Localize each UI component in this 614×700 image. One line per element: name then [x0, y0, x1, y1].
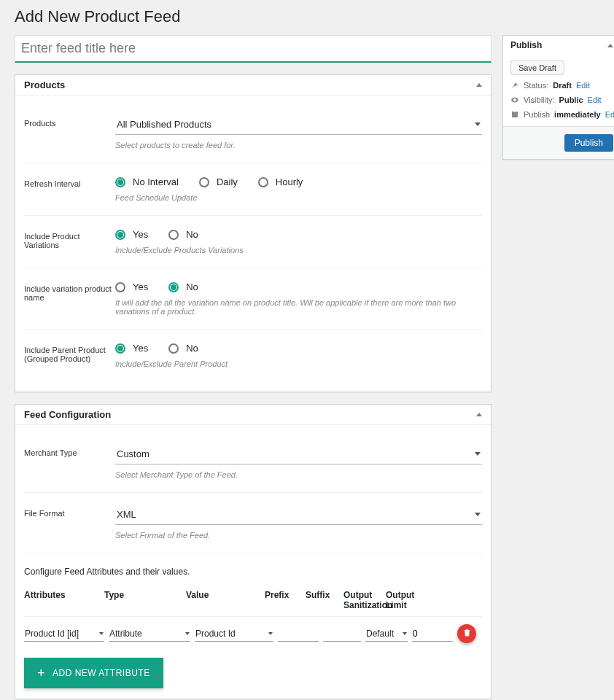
- delete-row-button[interactable]: [457, 624, 476, 643]
- add-attribute-label: Add New Attribute: [53, 668, 150, 678]
- col-attributes: Attributes: [24, 590, 104, 610]
- variations-yes-radio[interactable]: Yes: [115, 229, 148, 240]
- row-sanitization-select[interactable]: Default: [365, 626, 408, 642]
- eye-icon: [510, 96, 519, 104]
- col-prefix: Prefix: [265, 590, 306, 610]
- products-metabox-header[interactable]: Products: [15, 75, 491, 96]
- variation-name-label: Include variation product name: [24, 281, 115, 316]
- format-select-value: XML: [117, 509, 136, 520]
- radio-icon: [115, 282, 125, 292]
- products-helper: Select products to create feed for.: [115, 141, 482, 149]
- publish-metabox: Publish Save Draft Status: Draft Edit: [502, 35, 614, 160]
- visibility-edit-link[interactable]: Edit: [588, 96, 602, 104]
- col-suffix: Suffix: [306, 590, 343, 610]
- status-edit-link[interactable]: Edit: [576, 81, 590, 90]
- chevron-down-icon: [475, 122, 481, 126]
- schedule-edit-link[interactable]: Edit: [605, 110, 614, 119]
- radio-icon: [168, 343, 179, 354]
- plus-icon: +: [37, 666, 45, 680]
- products-label: Products: [24, 116, 115, 149]
- radio-icon: [258, 177, 268, 187]
- configure-text: Configure Feed Attributes and their valu…: [24, 553, 482, 584]
- variations-label: Include Product Variations: [24, 229, 115, 254]
- refresh-hourly-radio[interactable]: Hourly: [258, 176, 303, 187]
- save-draft-button[interactable]: Save Draft: [510, 61, 564, 75]
- radio-label: No: [186, 281, 198, 292]
- chevron-down-icon: [403, 632, 407, 635]
- radio-icon: [115, 343, 125, 354]
- variation-name-helper: It will add the all the variation name o…: [115, 298, 482, 316]
- collapse-icon: [476, 413, 482, 416]
- format-select[interactable]: XML: [115, 506, 482, 525]
- row-value-select[interactable]: Product Id: [195, 626, 273, 642]
- add-attribute-button[interactable]: + Add New Attribute: [24, 658, 163, 688]
- variations-no-radio[interactable]: No: [168, 229, 198, 240]
- refresh-no-interval-radio[interactable]: No Interval: [115, 176, 179, 187]
- radio-label: Yes: [133, 281, 148, 292]
- parent-yes-radio[interactable]: Yes: [115, 343, 148, 354]
- col-type: Type: [104, 590, 186, 610]
- refresh-daily-radio[interactable]: Daily: [199, 176, 238, 187]
- variation-name-yes-radio[interactable]: Yes: [115, 281, 148, 292]
- variation-name-no-radio[interactable]: No: [168, 281, 198, 292]
- chevron-down-icon: [185, 632, 190, 635]
- feed-title-input[interactable]: [15, 35, 491, 63]
- radio-icon: [199, 177, 209, 187]
- radio-label: No: [186, 343, 198, 354]
- publish-header[interactable]: Publish: [503, 36, 614, 55]
- refresh-label: Refresh Interval: [24, 176, 115, 202]
- row-attribute-value: Product Id [id]: [25, 629, 79, 639]
- merchant-select-value: Custom: [117, 448, 149, 459]
- products-select[interactable]: All Published Products: [115, 116, 482, 135]
- publish-title: Publish: [510, 40, 542, 50]
- merchant-label: Merchant Type: [24, 446, 115, 479]
- collapse-icon: [476, 83, 482, 87]
- radio-icon: [168, 230, 179, 240]
- row-type-select[interactable]: Attribute: [109, 626, 190, 642]
- format-label: File Format: [24, 506, 115, 540]
- visibility-label: Visibility:: [524, 96, 555, 104]
- merchant-select[interactable]: Custom: [115, 446, 482, 464]
- schedule-value: immediately: [554, 110, 601, 119]
- chevron-down-icon: [268, 632, 273, 635]
- row-limit-input[interactable]: [412, 626, 453, 642]
- col-sanitization: Output Sanitization: [343, 590, 386, 610]
- row-suffix-input[interactable]: [323, 626, 361, 642]
- merchant-helper: Select Merchant Type of the Feed.: [115, 470, 482, 479]
- pin-icon: [510, 81, 519, 90]
- row-prefix-input[interactable]: [278, 626, 319, 642]
- radio-icon: [168, 282, 179, 292]
- calendar-icon: [510, 110, 519, 119]
- attributes-table-header: Attributes Type Value Prefix Suffix Outp…: [24, 584, 482, 617]
- radio-icon: [115, 230, 125, 240]
- visibility-row: Visibility: Public Edit: [510, 96, 613, 104]
- radio-label: No Interval: [133, 176, 179, 187]
- chevron-down-icon: [475, 452, 481, 456]
- col-limit: Output Limit: [386, 590, 427, 610]
- refresh-helper: Feed Schedule Update: [115, 193, 482, 202]
- row-attribute-select[interactable]: Product Id [id]: [24, 626, 104, 642]
- parent-no-radio[interactable]: No: [168, 343, 198, 354]
- publish-button[interactable]: Publish: [564, 134, 613, 152]
- products-metabox: Products Products All Published Products…: [15, 74, 491, 392]
- status-row: Status: Draft Edit: [510, 81, 613, 90]
- feed-config-title: Feed Configuration: [24, 409, 111, 420]
- schedule-label: Publish: [524, 110, 550, 119]
- trash-icon: [462, 628, 472, 639]
- radio-label: No: [186, 229, 198, 240]
- status-value: Draft: [553, 81, 572, 90]
- chevron-down-icon: [475, 513, 481, 516]
- page-title: Add New Product Feed: [15, 7, 599, 26]
- feed-config-header[interactable]: Feed Configuration: [15, 405, 491, 425]
- feed-config-metabox: Feed Configuration Merchant Type Custom …: [15, 404, 491, 699]
- row-sanitization-value: Default: [366, 629, 394, 639]
- parent-helper: Include/Exclude Parent Product: [115, 359, 482, 368]
- variations-helper: Include/Exclude Products Variations: [115, 246, 482, 254]
- radio-icon: [115, 177, 125, 187]
- radio-label: Yes: [133, 229, 148, 240]
- row-type-value: Attribute: [109, 629, 142, 639]
- row-value-value: Product Id: [195, 629, 236, 639]
- col-value: Value: [186, 590, 265, 610]
- products-metabox-title: Products: [24, 79, 65, 90]
- products-select-value: All Published Products: [117, 119, 211, 130]
